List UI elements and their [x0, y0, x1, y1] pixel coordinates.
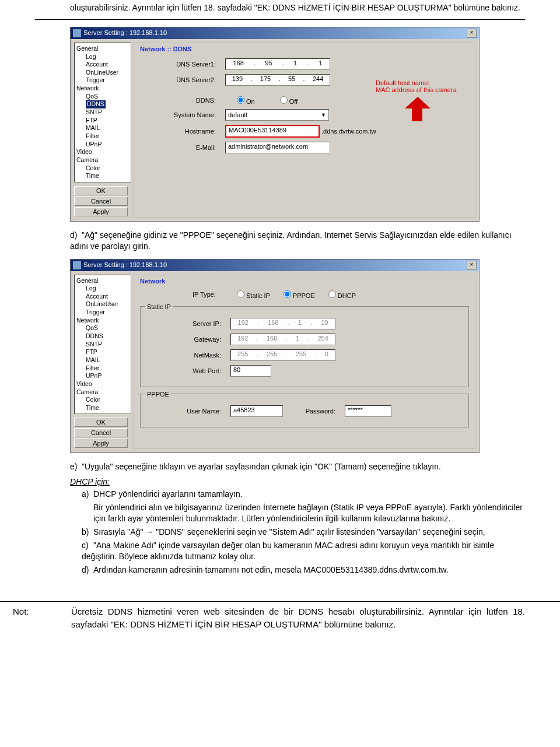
email-label: E-Mail: [140, 144, 225, 151]
window-title: Server Setting : 192.168.1.10 [83, 29, 167, 36]
dhcp-heading: DHCP için: [70, 477, 525, 486]
server-setting-window-ddns: Server Setting : 192.168.1.10 × General … [70, 27, 480, 222]
pppoe-radio[interactable] [284, 290, 291, 298]
tree-ftp[interactable]: FTP [76, 117, 129, 125]
dhcp-step-b: b)Sırasıyla "Ağ" → "DDNS" seçeneklerini … [82, 527, 525, 538]
tree-camera[interactable]: Camera [76, 156, 129, 164]
username-input[interactable]: a45823 [230, 405, 283, 417]
hostname-suffix: .ddns.dvrtw.com.tw [321, 128, 376, 135]
dns2-input[interactable]: 139.175.55.244 [225, 74, 330, 86]
staticip-radio[interactable] [237, 290, 244, 298]
dhcp-step-a-cont: Bir yönlendirici alın ve bilgisayarınız … [93, 502, 525, 524]
tree-log[interactable]: Log [76, 53, 129, 61]
titlebar[interactable]: Server Setting : 192.168.1.10 × [71, 259, 479, 271]
dhcp-step-c: c)"Ana Makine Adı" içinde varsayılan değ… [82, 540, 525, 562]
sysname-select[interactable]: default▼ [225, 109, 329, 121]
note-row: Not: Ücretsiz DDNS hizmetini veren web s… [0, 601, 560, 632]
tree-general[interactable]: General [76, 45, 129, 53]
arrow-up-icon [399, 94, 434, 119]
titlebar[interactable]: Server Setting : 192.168.1.10 × [71, 27, 479, 39]
dns2-label: DNS Server2: [140, 76, 225, 83]
webport-input[interactable]: 80 [230, 365, 271, 377]
network-panel: Network IP Type: Static IP PPPOE DHCP St… [134, 275, 475, 450]
chevron-down-icon: ▼ [321, 111, 326, 119]
hostname-input[interactable]: MAC000E53114389 [225, 125, 320, 138]
close-icon[interactable]: × [467, 261, 477, 270]
apply-button[interactable]: Apply [74, 207, 128, 216]
tree-trigger[interactable]: Trigger [76, 76, 129, 85]
ddns-on-radio[interactable] [237, 96, 244, 104]
dhcp-step-a: a)DHCP yönlendirici ayarlarını tamamlayı… [82, 489, 525, 500]
note-text: Ücretsiz DDNS hizmetini veren web sitesi… [71, 605, 525, 632]
password-input[interactable]: ****** [345, 405, 391, 417]
email-input[interactable]: administrator@network.com [225, 142, 330, 153]
tree-video[interactable]: Video [76, 148, 129, 156]
dhcp-step-d: d)Ardından kameranın adresinin tamamını … [82, 564, 525, 576]
close-icon[interactable]: × [467, 29, 477, 38]
app-icon [73, 29, 81, 37]
dns1-label: DNS Server1: [140, 61, 225, 68]
ok-button[interactable]: OK [74, 418, 128, 427]
window-title: Server Setting : 192.168.1.10 [83, 261, 167, 268]
iptype-label: IP Type: [140, 291, 225, 298]
staticip-group: Static IP Server IP: 192.168.1.10 Gatewa… [140, 303, 469, 387]
tree-network[interactable]: Network [76, 85, 129, 93]
serverip-input[interactable]: 192.168.1.10 [230, 318, 335, 329]
dhcp-radio[interactable] [328, 290, 336, 298]
tree-sntp[interactable]: SNTP [76, 108, 129, 117]
sysname-label: System Name: [140, 111, 225, 118]
app-icon [73, 261, 81, 269]
note-label: Not: [0, 605, 71, 632]
ok-button[interactable]: OK [74, 186, 128, 195]
tree-mail[interactable]: MAIL [76, 124, 129, 132]
server-setting-window-network: Server Setting : 192.168.1.10 × General … [70, 259, 480, 454]
pppoe-group: PPPOE User Name: a45823 Password: ****** [140, 391, 469, 427]
default-hostname-note: Default host name:MAC address of this ca… [376, 79, 469, 93]
cancel-button[interactable]: Cancel [74, 428, 128, 437]
tree-ddns[interactable]: DDNS [76, 100, 129, 108]
intro-text: oluşturabilirsiniz. Ayrıntılar için lütf… [70, 2, 525, 13]
ddns-off-radio[interactable] [280, 96, 288, 104]
panel-header: Network :: DDNS [140, 45, 469, 52]
netmask-input[interactable]: 255.255.255.0 [230, 349, 335, 361]
tree-time[interactable]: Time [76, 172, 129, 180]
ddns-label: DDNS: [140, 97, 225, 104]
apply-button[interactable]: Apply [74, 439, 128, 448]
hostname-label: Hostname: [140, 128, 225, 135]
tree-color[interactable]: Color [76, 164, 129, 173]
tree-upnp[interactable]: UPnP [76, 141, 129, 149]
gateway-input[interactable]: 192.168.1.254 [230, 334, 335, 345]
tree-filter[interactable]: Filter [76, 132, 129, 141]
tree-account[interactable]: Account [76, 61, 129, 69]
step-e: e)"Uygula" seçeneğine tıklayın ve ayarla… [70, 461, 525, 472]
tree-onlineuser[interactable]: OnLineUser [76, 69, 129, 77]
step-d: d)"Ağ" seçeneğine gidiniz ve "PPPOE" seç… [70, 230, 525, 252]
panel-header: Network [140, 278, 469, 285]
dns1-input[interactable]: 168.95.1.1 [225, 58, 330, 70]
cancel-button[interactable]: Cancel [74, 197, 128, 206]
tree-qos[interactable]: QoS [76, 93, 129, 101]
separator [35, 19, 525, 20]
nav-tree[interactable]: General Log Account OnLineUser Trigger N… [74, 275, 131, 415]
nav-tree[interactable]: General Log Account OnLineUser Trigger N… [74, 43, 131, 183]
ddns-panel: Network :: DDNS DNS Server1: 168.95.1.1 … [134, 43, 475, 218]
